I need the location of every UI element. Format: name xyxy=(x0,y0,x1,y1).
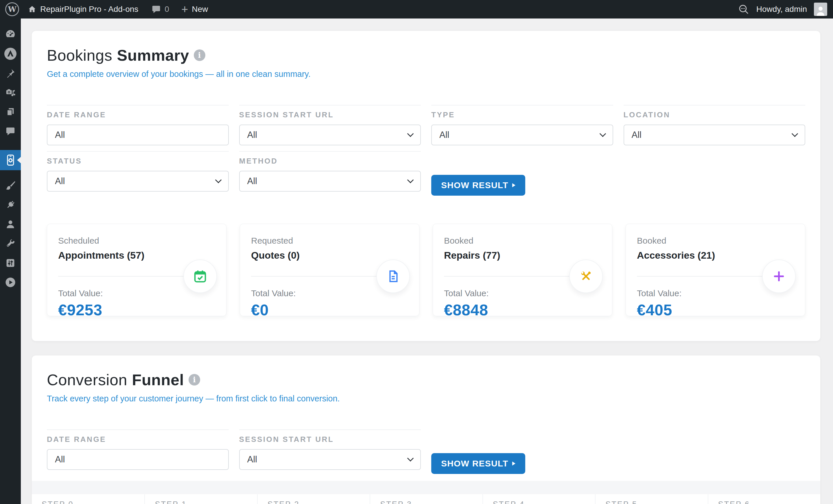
wordpress-logo-icon[interactable]: W xyxy=(5,2,19,16)
date-range-input[interactable] xyxy=(47,125,229,145)
title-regular: Bookings xyxy=(47,46,112,65)
pushpin-icon xyxy=(5,68,15,78)
filter-method: METHOD All xyxy=(239,151,421,196)
divider xyxy=(444,276,576,277)
bookings-filters: DATE RANGE SESSION START URL All TYPE Al… xyxy=(47,105,805,196)
card-badge xyxy=(183,259,217,293)
media-icon xyxy=(5,87,16,98)
home-icon xyxy=(28,5,37,14)
main-content: Bookings Summary i Get a complete overvi… xyxy=(21,19,833,504)
search-icon[interactable] xyxy=(738,3,749,15)
location-select[interactable]: All xyxy=(624,125,806,145)
chevron-down-icon xyxy=(599,130,606,137)
sidebar-item-video[interactable] xyxy=(0,276,21,289)
info-icon[interactable]: i xyxy=(194,49,205,61)
card-booked-accessories: Booked Accessories (21) Total Value: €40… xyxy=(626,224,805,316)
select-value: All xyxy=(247,454,257,465)
sidebar-item-repairplugin[interactable] xyxy=(0,150,21,170)
select-value: All xyxy=(632,130,642,140)
show-result-label: SHOW RESULT xyxy=(441,180,508,190)
sidebar-item-appearance[interactable] xyxy=(0,179,21,192)
sidebar-item-tools[interactable] xyxy=(0,237,21,250)
card-requested-quotes: Requested Quotes (0) Total Value: €0 xyxy=(240,224,420,316)
card-badge xyxy=(569,259,603,293)
bookings-subtitle: Get a complete overview of your bookings… xyxy=(47,69,805,79)
funnel-filters: DATE RANGE SESSION START URL All SHOW RE… xyxy=(47,429,805,474)
select-value: All xyxy=(439,130,449,140)
comment-bubble-icon xyxy=(151,5,161,14)
title-bold: Funnel xyxy=(132,371,184,389)
tools-icon xyxy=(579,269,593,283)
step-label: STEP 0 xyxy=(42,500,140,504)
card-title: Accessories (21) xyxy=(637,249,794,261)
filter-label: SESSION START URL xyxy=(239,110,421,119)
show-result-button[interactable]: SHOW RESULT xyxy=(431,175,525,196)
select-value: All xyxy=(247,176,257,186)
plus-icon: + xyxy=(181,3,188,15)
comment-count: 0 xyxy=(165,5,169,14)
filter-date-range: DATE RANGE xyxy=(47,105,229,145)
filter-session-start-url: SESSION START URL All xyxy=(239,105,421,145)
step-label: STEP 4 xyxy=(493,500,590,504)
funnel-step-2: STEP 2 Select Brand xyxy=(257,494,370,504)
arrow-right-icon xyxy=(512,461,516,465)
calendar-check-icon xyxy=(193,269,207,283)
sidebar-item-dashboard[interactable] xyxy=(0,28,21,41)
funnel-step-1: STEP 1 Select Type xyxy=(144,494,257,504)
divider xyxy=(58,276,190,277)
filter-label: SESSION START URL xyxy=(239,435,421,444)
total-value: €9253 xyxy=(58,301,215,319)
show-result-button[interactable]: SHOW RESULT xyxy=(431,453,525,474)
active-menu-arrow-icon xyxy=(17,157,21,163)
chevron-down-icon xyxy=(215,177,221,183)
show-result-label: SHOW RESULT xyxy=(441,459,508,469)
card-scheduled-appointments: Scheduled Appointments (57) Total Value: xyxy=(47,224,227,316)
divider xyxy=(251,276,383,277)
sliders-icon xyxy=(5,258,15,268)
sidebar-item-media[interactable] xyxy=(0,86,21,99)
total-value: €0 xyxy=(251,301,408,319)
avatar[interactable] xyxy=(814,3,827,16)
plug-icon xyxy=(5,200,16,210)
session-start-url-select[interactable]: All xyxy=(239,449,421,470)
sidebar-item-plugin-logo[interactable] xyxy=(0,47,21,60)
card-kicker: Booked xyxy=(444,235,601,246)
new-content-button[interactable]: + New xyxy=(181,3,208,15)
comments-shortcut[interactable]: 0 xyxy=(151,5,169,14)
show-result-cell: SHOW RESULT xyxy=(431,429,613,474)
funnel-subtitle: Track every step of your customer journe… xyxy=(47,393,805,404)
filter-label: STATUS xyxy=(47,156,229,166)
howdy-text[interactable]: Howdy, admin xyxy=(756,5,807,14)
info-icon[interactable]: i xyxy=(189,374,200,385)
title-bold: Summary xyxy=(117,46,189,65)
step-label: STEP 6 xyxy=(718,500,816,504)
total-value: €405 xyxy=(637,301,794,319)
filter-status: STATUS All xyxy=(47,151,229,196)
funnel-step-6: STEP 6 Thank You xyxy=(708,494,820,504)
sidebar-item-plugins[interactable] xyxy=(0,199,21,211)
a-logo-icon xyxy=(4,47,17,60)
site-menu[interactable]: RepairPlugin Pro - Add-ons xyxy=(28,5,138,14)
filter-type: TYPE All xyxy=(431,105,613,145)
method-select[interactable]: All xyxy=(239,171,421,192)
sidebar-item-pages[interactable] xyxy=(0,105,21,118)
sidebar-item-posts[interactable] xyxy=(0,67,21,79)
filter-label: METHOD xyxy=(239,156,421,166)
filter-session-start-url: SESSION START URL All xyxy=(239,429,421,474)
session-start-url-select[interactable]: All xyxy=(239,125,421,145)
step-label: STEP 1 xyxy=(155,500,252,504)
bookings-summary-title: Bookings Summary i xyxy=(47,46,805,65)
type-select[interactable]: All xyxy=(431,125,613,145)
filter-location: LOCATION All xyxy=(624,105,806,145)
sidebar-item-settings[interactable] xyxy=(0,257,21,269)
funnel-step-3: STEP 3 Select Model xyxy=(370,494,482,504)
user-silhouette-icon xyxy=(815,4,826,16)
date-range-input[interactable] xyxy=(47,449,229,470)
title-regular: Conversion xyxy=(47,371,127,389)
divider xyxy=(637,276,769,277)
sidebar-item-comments[interactable] xyxy=(0,125,21,137)
card-title: Quotes (0) xyxy=(251,249,408,261)
sidebar-item-users[interactable] xyxy=(0,218,21,231)
step-label: STEP 5 xyxy=(605,500,703,504)
status-select[interactable]: All xyxy=(47,171,229,192)
